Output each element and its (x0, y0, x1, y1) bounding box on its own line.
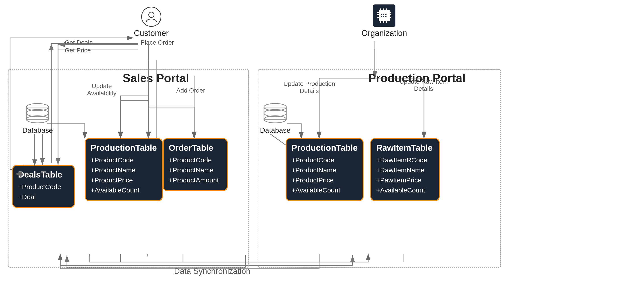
raw-item-field-3: +PawItemPrice (376, 175, 434, 185)
data-sync-label: Data Synchronization (174, 267, 250, 276)
deals-table-field-1: +ProductCode (18, 182, 69, 192)
sales-database: Database (22, 103, 53, 134)
raw-item-field-2: +RawItemName (376, 165, 434, 175)
sales-production-table-title: ProductionTable (90, 143, 157, 153)
update-production-details-label: Update ProductionDetails (284, 80, 335, 95)
prod-production-table-title: ProductionTable (292, 143, 358, 153)
svg-rect-32 (381, 14, 382, 15)
svg-rect-31 (380, 12, 389, 13)
svg-rect-55 (264, 107, 286, 119)
svg-rect-40 (386, 8, 387, 10)
svg-rect-51 (26, 107, 49, 119)
prod-production-field-3: +ProductPrice (292, 175, 358, 185)
svg-rect-43 (386, 21, 387, 23)
prod-production-table-card: ProductionTable +ProductCode +ProductNam… (286, 138, 364, 201)
svg-rect-33 (383, 14, 384, 15)
svg-rect-48 (390, 14, 392, 15)
deals-table-title: DealsTable (18, 170, 69, 180)
order-table-card: OrderTable +ProductCode +ProductName +Pr… (163, 138, 228, 191)
sales-portal-label: Sales Portal (123, 71, 189, 85)
add-order-label: Add Order (176, 87, 205, 94)
order-table-field-3: +ProductAmount (169, 175, 222, 185)
production-database: Database (260, 103, 290, 134)
customer-icon (141, 7, 161, 27)
get-deals-label: Get Deals (65, 39, 92, 46)
raw-item-table-card: RawItemTable +RawItemRCode +RawItemName … (370, 138, 440, 201)
update-availability-label: UpdateAvailability (87, 82, 116, 97)
prod-production-field-1: +ProductCode (292, 155, 358, 165)
prod-production-field-2: +ProductName (292, 165, 358, 175)
customer-label: Customer (134, 28, 169, 38)
svg-rect-47 (390, 11, 392, 13)
raw-item-field-1: +RawItemRCode (376, 155, 434, 165)
update-raw-item-details-label: Update Raw ItemDetails (400, 78, 448, 92)
sales-production-field-2: +ProductName (90, 165, 157, 175)
svg-rect-49 (390, 17, 392, 18)
deals-table-field-2: +Deal (18, 192, 69, 202)
organization-icon (373, 4, 396, 27)
sales-production-field-4: +AvailableCount (90, 185, 157, 195)
organization-actor: Organization (362, 4, 407, 38)
svg-point-28 (148, 12, 154, 17)
place-order-label: Place Order (140, 39, 174, 46)
get-price-label: Get Price (65, 47, 91, 54)
deals-table-card: DealsTable +ProductCode +Deal (12, 165, 75, 208)
svg-rect-41 (380, 21, 381, 23)
production-database-label: Database (260, 126, 290, 134)
order-table-field-1: +ProductCode (169, 155, 222, 165)
sales-production-table-card: ProductionTable +ProductCode +ProductNam… (85, 138, 163, 201)
svg-rect-37 (385, 16, 386, 17)
svg-rect-38 (380, 8, 381, 10)
sales-production-field-1: +ProductCode (90, 155, 157, 165)
customer-actor: Customer (134, 7, 169, 38)
sales-database-label: Database (22, 126, 53, 134)
raw-item-table-title: RawItemTable (376, 143, 434, 153)
order-table-title: OrderTable (169, 143, 222, 153)
order-table-field-2: +ProductName (169, 165, 222, 175)
svg-rect-34 (385, 14, 386, 15)
sales-production-field-3: +ProductPrice (90, 175, 157, 185)
prod-production-field-4: +AvailableCount (292, 185, 358, 195)
svg-rect-36 (383, 16, 384, 17)
svg-rect-45 (377, 14, 379, 15)
svg-rect-44 (377, 11, 379, 13)
svg-rect-42 (383, 21, 384, 23)
raw-item-field-4: +AvailableCount (376, 185, 434, 195)
organization-label: Organization (362, 28, 407, 38)
svg-rect-46 (377, 17, 379, 18)
svg-rect-35 (381, 16, 382, 17)
diagram: Sales Portal Production Portal Customer (0, 0, 644, 281)
svg-rect-39 (383, 8, 384, 10)
